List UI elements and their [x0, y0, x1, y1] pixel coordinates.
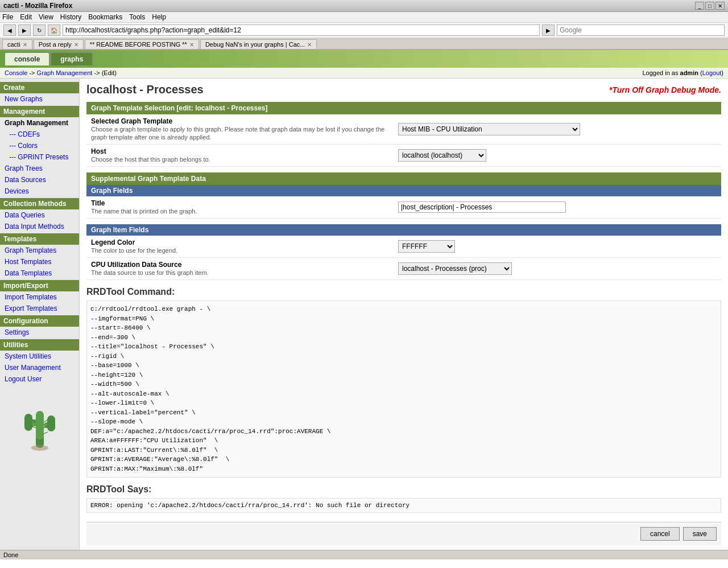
legend-color-select[interactable]: FFFFFF — [398, 240, 455, 253]
selected-template-row: Selected Graph Template Choose a graph t… — [86, 114, 721, 145]
login-info: Logged in as admin (Logout) — [642, 69, 723, 76]
username: admin — [680, 69, 698, 76]
tab-label-0: cacti — [7, 41, 20, 48]
sidebar-item-gprint-presets[interactable]: --- GPRINT Presets — [0, 151, 79, 163]
logout-link[interactable]: Logout — [702, 69, 722, 76]
rrdtool-command-title: RRDTool Command: — [86, 287, 721, 297]
sidebar-item-devices[interactable]: Devices — [0, 186, 79, 197]
sidebar-item-data-sources[interactable]: Data Sources — [0, 174, 79, 186]
cpu-datasource-row: CPU Utilization Data Source The data sou… — [86, 258, 721, 280]
tab-close-3[interactable]: ✕ — [307, 42, 312, 48]
sidebar-item-cdefs[interactable]: --- CDEFs — [0, 129, 79, 140]
svg-rect-5 — [47, 415, 55, 431]
browser-tab-0[interactable]: cacti ✕ — [2, 39, 32, 49]
breadcrumb-graph-management[interactable]: Graph Management — [37, 69, 93, 76]
tab-label-2: ** README BEFORE POSTING ** — [90, 41, 187, 48]
content-area: localhost - Processes *Turn Off Graph De… — [80, 79, 728, 550]
debug-mode-link[interactable]: *Turn Off Graph Debug Mode. — [609, 85, 721, 94]
sidebar-item-data-input-methods[interactable]: Data Input Methods — [0, 221, 79, 232]
forward-button[interactable]: ▶ — [18, 24, 31, 36]
page-title: localhost - Processes — [86, 83, 204, 96]
host-label: Host — [91, 147, 389, 155]
graph-fields-header: Graph Fields — [86, 185, 721, 196]
breadcrumb: Console -> Graph Management -> (Edit) — [5, 69, 117, 76]
sidebar-item-settings[interactable]: Settings — [0, 327, 79, 338]
graph-item-fields-header: Graph Item Fields — [86, 224, 721, 236]
menu-bookmarks[interactable]: Bookmarks — [88, 13, 122, 21]
browser-title: cacti - Mozilla Firefox — [3, 2, 72, 10]
back-button[interactable]: ◀ — [3, 24, 16, 36]
sidebar-item-new-graphs[interactable]: New Graphs — [0, 93, 79, 105]
nav-tab-console[interactable]: console — [5, 52, 49, 65]
selected-template-desc: Choose a graph template to apply to this… — [91, 126, 384, 141]
menu-file[interactable]: File — [2, 13, 13, 21]
sidebar-utilities-header: Utilities — [0, 339, 79, 351]
go-button[interactable]: ▶ — [542, 24, 555, 36]
tab-close-0[interactable]: ✕ — [23, 42, 27, 48]
search-input[interactable] — [557, 24, 725, 36]
supplemental-section-header: Supplemental Graph Template Data — [86, 172, 721, 185]
legend-color-desc: The color to use for the legend. — [91, 247, 177, 254]
cactus-logo — [0, 394, 79, 452]
cpu-datasource-label: CPU Utilization Data Source — [91, 261, 389, 269]
menu-tools[interactable]: Tools — [129, 13, 145, 21]
sidebar-item-colors[interactable]: --- Colors — [0, 140, 79, 151]
close-button[interactable]: ✕ — [715, 2, 725, 10]
sidebar-item-host-templates[interactable]: Host Templates — [0, 256, 79, 267]
sidebar-item-logout-user[interactable]: Logout User — [0, 373, 79, 385]
title-desc: The name that is printed on the graph. — [91, 208, 197, 215]
svg-line-8 — [32, 426, 36, 428]
sidebar-create-header: Create — [0, 82, 79, 93]
browser-titlebar: cacti - Mozilla Firefox _ □ ✕ — [0, 0, 728, 12]
sidebar-item-graph-templates[interactable]: Graph Templates — [0, 245, 79, 256]
cancel-button[interactable]: cancel — [640, 527, 680, 541]
breadcrumb-console[interactable]: Console — [5, 69, 27, 76]
main-layout: Create New Graphs Management Graph Manag… — [0, 79, 728, 550]
selected-template-label: Selected Graph Template — [91, 117, 389, 125]
title-input[interactable] — [398, 201, 566, 213]
sidebar-item-graph-management[interactable]: Graph Management — [0, 117, 79, 129]
sidebar-import-export-header: Import/Export — [0, 280, 79, 291]
maximize-button[interactable]: □ — [705, 2, 714, 10]
sidebar-item-export-templates[interactable]: Export Templates — [0, 303, 79, 314]
title-label: Title — [91, 199, 389, 207]
graph-template-section-header: Graph Template Selection [edit: localhos… — [86, 102, 721, 114]
svg-rect-3 — [24, 414, 32, 431]
rrdtool-says-section: RRDTool Says: ERROR: opening 'c:/apache2… — [86, 484, 721, 513]
menu-edit[interactable]: Edit — [20, 13, 32, 21]
host-select[interactable]: localhost (localhost) — [398, 149, 486, 162]
sidebar-item-data-templates[interactable]: Data Templates — [0, 267, 79, 279]
tab-close-2[interactable]: ✕ — [189, 42, 194, 48]
tab-close-1[interactable]: ✕ — [74, 42, 78, 48]
cpu-datasource-select[interactable]: localhost - Processes (proc) — [398, 262, 512, 275]
reload-button[interactable]: ↻ — [33, 24, 46, 36]
sidebar-item-graph-trees[interactable]: Graph Trees — [0, 163, 79, 174]
save-button[interactable]: save — [683, 527, 717, 541]
nav-tab-graphs[interactable]: graphs — [51, 52, 93, 65]
graph-item-fields-table: Legend Color The color to use for the le… — [86, 236, 721, 280]
browser-tabs: cacti ✕ Post a reply ✕ ** README BEFORE … — [0, 38, 728, 50]
tab-label-3: Debug NaN's in your graphs | Cac... — [205, 41, 305, 48]
minimize-button[interactable]: _ — [695, 2, 704, 10]
menu-help[interactable]: Help — [152, 13, 166, 21]
sidebar-item-data-queries[interactable]: Data Queries — [0, 209, 79, 221]
menu-view[interactable]: View — [39, 13, 53, 21]
browser-tab-3[interactable]: Debug NaN's in your graphs | Cac... ✕ — [200, 39, 317, 49]
rrdtool-command-section: RRDTool Command: c:/rrdtool/rrdtool.exe … — [86, 287, 721, 478]
home-button[interactable]: 🏠 — [48, 24, 60, 36]
svg-line-9 — [44, 420, 47, 422]
sidebar-item-import-templates[interactable]: Import Templates — [0, 291, 79, 303]
menu-history[interactable]: History — [60, 13, 81, 21]
title-row: Title The name that is printed on the gr… — [86, 196, 721, 219]
graph-template-select[interactable]: Host MIB - CPU Utilization — [398, 123, 580, 135]
rrdtool-command-output: c:/rrdtool/rrdtool.exe graph - \ --imgfo… — [86, 301, 721, 478]
sidebar: Create New Graphs Management Graph Manag… — [0, 79, 80, 550]
sidebar-item-user-management[interactable]: User Management — [0, 362, 79, 373]
browser-tab-2[interactable]: ** README BEFORE POSTING ** ✕ — [85, 39, 199, 49]
browser-tab-1[interactable]: Post a reply ✕ — [34, 39, 84, 49]
legend-color-row: Legend Color The color to use for the le… — [86, 236, 721, 258]
graph-template-table: Selected Graph Template Choose a graph t… — [86, 114, 721, 167]
address-input[interactable] — [63, 24, 540, 36]
sidebar-item-system-utilities[interactable]: System Utilities — [0, 351, 79, 362]
status-bar: Done — [0, 550, 728, 559]
